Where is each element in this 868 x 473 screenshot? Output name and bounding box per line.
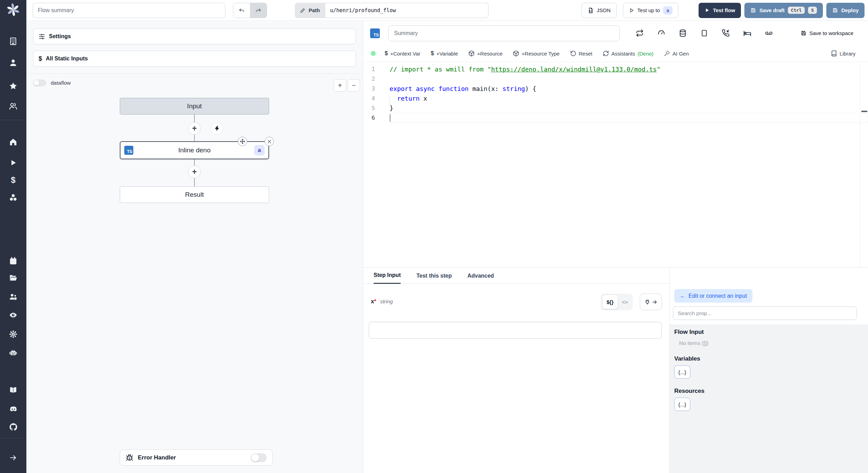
- database-icon[interactable]: [679, 29, 687, 37]
- settings-gear-icon[interactable]: [0, 329, 26, 339]
- add-context-var-button[interactable]: $ +Context Var: [385, 50, 420, 57]
- workers-users-gear-icon[interactable]: [0, 292, 26, 302]
- add-resource-button[interactable]: +Resource: [468, 50, 502, 57]
- discord-icon[interactable]: [0, 404, 26, 414]
- tab-step-input[interactable]: Step Input: [374, 268, 401, 284]
- sliders-icon: [39, 33, 45, 40]
- connect-input-button[interactable]: [640, 294, 662, 310]
- bed-icon[interactable]: [743, 29, 751, 37]
- gauge-icon[interactable]: [657, 29, 665, 37]
- favorites-star-icon[interactable]: [0, 81, 26, 91]
- deploy-button[interactable]: Deploy: [826, 3, 865, 18]
- user-icon[interactable]: [0, 58, 26, 68]
- step-id-badge: a: [663, 6, 673, 15]
- flow-settings-button[interactable]: Settings: [33, 28, 356, 44]
- dataflow-toggle[interactable]: [33, 79, 46, 86]
- path-label: Path: [309, 7, 320, 13]
- close-icon: [267, 139, 272, 144]
- phone-incoming-icon[interactable]: [722, 29, 730, 37]
- audit-eye-icon[interactable]: [0, 310, 26, 320]
- flow-input-section-title: Flow Input: [674, 329, 868, 336]
- json-button[interactable]: JSON: [582, 3, 617, 18]
- cursor-position-marker: [861, 111, 867, 112]
- move-icon: [240, 139, 245, 144]
- step-summary-input[interactable]: [388, 25, 620, 41]
- tab-advanced[interactable]: Advanced: [467, 268, 494, 284]
- package-icon: [468, 50, 475, 57]
- resources-object-button[interactable]: {...}: [674, 398, 690, 411]
- assistants-button[interactable]: Assistants (Deno): [603, 50, 653, 57]
- variables-object-button[interactable]: {...}: [674, 365, 690, 379]
- all-static-inputs-button[interactable]: $ All Static Inputs: [33, 51, 356, 67]
- save-draft-button[interactable]: Save draft Ctrl S: [744, 3, 823, 18]
- groups-users-icon[interactable]: [0, 101, 26, 111]
- field-type: string: [380, 298, 393, 304]
- edit-path-button[interactable]: Path: [295, 3, 325, 18]
- insert-step-button[interactable]: +: [188, 166, 201, 178]
- flow-summary-input[interactable]: [33, 3, 225, 18]
- flow-node-inline-deno[interactable]: TS Inline deno a: [120, 141, 269, 159]
- all-static-inputs-label: All Static Inputs: [46, 56, 88, 62]
- repeat-icon[interactable]: [636, 29, 644, 37]
- folders-icon[interactable]: [0, 273, 26, 282]
- sidebar-divider: [0, 438, 26, 438]
- expand-sidebar-arrow-icon[interactable]: [0, 453, 26, 463]
- delete-step-button[interactable]: [265, 137, 274, 146]
- ai-gen-button[interactable]: AI Gen: [664, 50, 689, 57]
- deploy-label: Deploy: [841, 7, 859, 13]
- voicemail-icon[interactable]: [765, 29, 773, 37]
- code-line[interactable]: }: [390, 103, 868, 113]
- path-input[interactable]: [325, 3, 489, 18]
- variables-section-title: Variables: [674, 355, 868, 362]
- editor-toolbar: $ +Context Var $ +Variable +Resource +Re…: [363, 45, 868, 62]
- test-up-to-button[interactable]: Test up to a: [623, 3, 679, 18]
- library-button[interactable]: Library: [831, 50, 856, 57]
- error-handler-label: Error Handler: [138, 454, 176, 461]
- workspace-building-icon[interactable]: [0, 36, 26, 46]
- github-icon[interactable]: [0, 422, 26, 432]
- docs-book-icon[interactable]: [0, 385, 26, 395]
- add-variable-button[interactable]: $ +Variable: [431, 50, 458, 57]
- expr-mode-button[interactable]: ${}: [602, 295, 618, 309]
- flow-node-result[interactable]: Result: [120, 186, 269, 203]
- add-variable-label: +Variable: [436, 51, 458, 57]
- error-handler-card[interactable]: Error Handler: [120, 449, 273, 466]
- zoom-in-button[interactable]: +: [334, 79, 346, 92]
- runs-play-icon[interactable]: [0, 158, 26, 168]
- insert-step-button[interactable]: +: [188, 122, 201, 135]
- edit-or-connect-button[interactable]: ← Edit or connect an input: [674, 289, 752, 303]
- code-editor[interactable]: 123456 // import * as wmill from "https:…: [363, 62, 868, 267]
- dollar-icon: $: [385, 50, 388, 57]
- flow-node-input[interactable]: Input: [120, 98, 269, 115]
- error-handler-toggle[interactable]: [251, 453, 267, 462]
- variables-dollar-icon[interactable]: $: [0, 175, 26, 185]
- code-line[interactable]: return x: [390, 94, 868, 103]
- code-lines[interactable]: // import * as wmill from "https://deno.…: [375, 65, 868, 123]
- code-line[interactable]: [390, 74, 868, 84]
- save-draft-label: Save draft: [759, 7, 785, 13]
- code-mode-button[interactable]: <>: [619, 295, 631, 309]
- file-json-icon: [587, 7, 594, 14]
- redo-button[interactable]: [250, 3, 267, 18]
- step-id-badge: a: [254, 145, 265, 155]
- add-resource-type-button[interactable]: +Resource Type: [513, 50, 559, 57]
- home-icon[interactable]: [0, 137, 26, 147]
- ai-bot-icon[interactable]: [0, 348, 26, 357]
- save-to-workspace-button[interactable]: Save to workspace: [801, 30, 853, 36]
- field-value-input[interactable]: [369, 322, 662, 339]
- code-line[interactable]: // import * as wmill from "https://deno.…: [390, 65, 868, 74]
- trigger-zap-button[interactable]: [211, 122, 223, 135]
- square-icon[interactable]: [700, 29, 708, 37]
- windmill-logo-icon[interactable]: [0, 3, 26, 16]
- search-prop-input[interactable]: [673, 306, 857, 320]
- tab-test-this-step[interactable]: Test this step: [416, 268, 452, 284]
- move-step-button[interactable]: [238, 137, 247, 146]
- code-line[interactable]: [390, 113, 868, 123]
- reset-button[interactable]: Reset: [570, 50, 592, 57]
- schedules-calendar-icon[interactable]: [0, 256, 26, 266]
- code-line[interactable]: export async function main(x: string) {: [390, 84, 868, 94]
- test-flow-button[interactable]: Test flow: [699, 3, 741, 18]
- zoom-out-button[interactable]: −: [348, 79, 360, 92]
- resources-boxes-icon[interactable]: [0, 193, 26, 202]
- undo-button[interactable]: [233, 3, 250, 18]
